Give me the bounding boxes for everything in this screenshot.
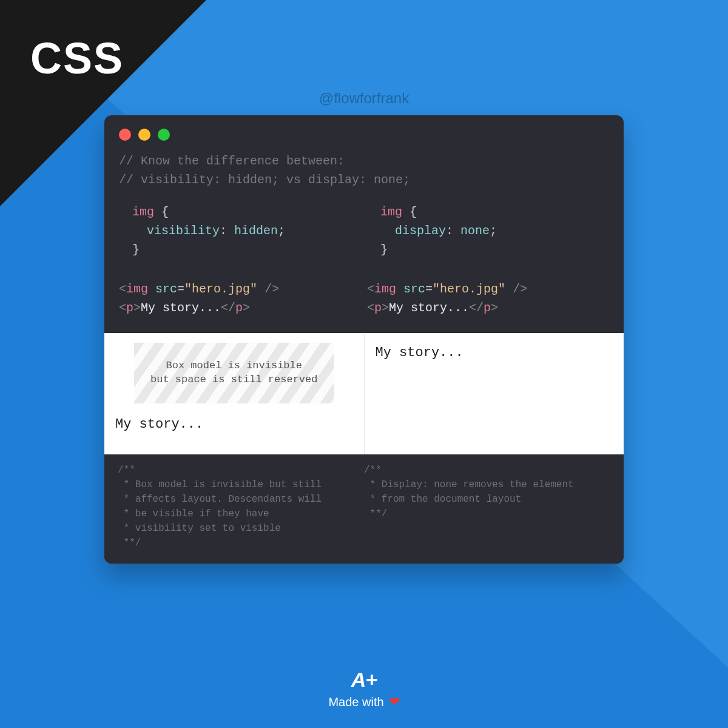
note-display: /** * Display: none removes the element … xyxy=(364,463,610,550)
made-with: Made with ❤ xyxy=(0,694,728,710)
placeholder-line-2: but space is still reserved xyxy=(150,373,317,387)
intro-comment: // Know the difference between: // visib… xyxy=(119,152,609,189)
close-icon[interactable] xyxy=(119,129,131,141)
left-code-column: img { visibility: hidden; } <img src="he… xyxy=(119,203,361,317)
logo: A+ xyxy=(0,668,728,692)
preview-pane: Box model is invisible but space is stil… xyxy=(104,333,624,454)
css-block-visibility: img { visibility: hidden; } xyxy=(119,203,361,259)
maximize-icon[interactable] xyxy=(158,129,170,141)
minimize-icon[interactable] xyxy=(138,129,150,141)
css-badge: CSS xyxy=(30,33,124,83)
right-code-column: img { display: none; } <img src="hero.jp… xyxy=(367,203,609,317)
explanation-notes: /** * Box model is invisible but still *… xyxy=(104,454,624,564)
code-area: // Know the difference between: // visib… xyxy=(104,146,624,333)
window-titlebar xyxy=(104,115,624,146)
preview-display-none: My story... xyxy=(365,333,624,454)
css-block-display: img { display: none; } xyxy=(367,203,609,259)
reserved-space-box: Box model is invisible but space is stil… xyxy=(134,343,334,403)
story-text-left: My story... xyxy=(114,414,354,434)
code-editor-window: // Know the difference between: // visib… xyxy=(104,115,624,564)
footer: A+ Made with ❤ xyxy=(0,668,728,710)
note-visibility: /** * Box model is invisible but still *… xyxy=(118,463,364,550)
html-snippet-right: <img src="hero.jpg" /> <p>My story...</p… xyxy=(367,280,609,317)
heart-icon: ❤ xyxy=(389,694,400,710)
story-text-right: My story... xyxy=(374,343,615,363)
preview-visibility-hidden: Box model is invisible but space is stil… xyxy=(104,333,365,454)
placeholder-line-1: Box model is invisible xyxy=(166,359,302,373)
html-snippet-left: <img src="hero.jpg" /> <p>My story...</p… xyxy=(119,280,361,317)
